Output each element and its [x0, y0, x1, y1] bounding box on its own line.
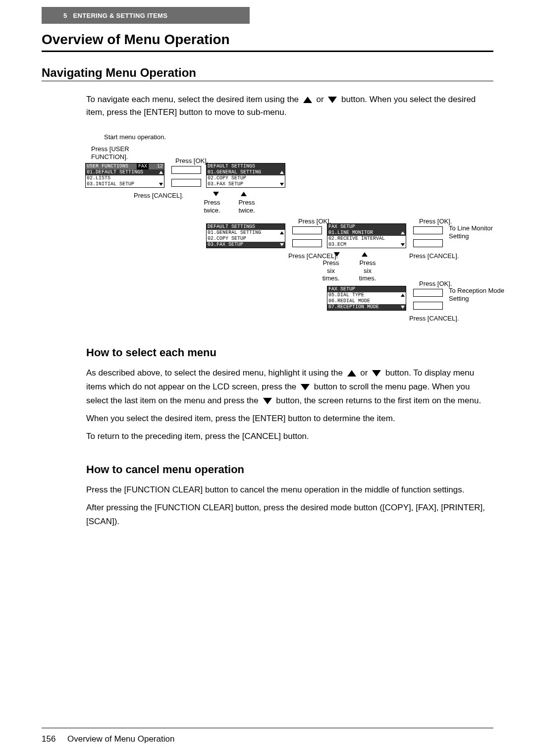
select-para-3: To return to the preceding item, press t… [86, 430, 493, 443]
lcd-screen-1: USER FUNCTIONS FAX 12 01.DEFAULT SETTING… [85, 163, 164, 188]
footer-rule [42, 728, 493, 728]
down-arrow-icon [401, 243, 405, 246]
page-number: 156 [42, 734, 55, 744]
cancel-heading: How to cancel menu operation [86, 463, 493, 476]
label-ok-3: Press [OK]. [419, 217, 452, 225]
lcd-screen-3: DEFAULT SETTINGS 01.GENERAL SETTING 02.C… [206, 223, 285, 248]
chapter-title: ENTERING & SETTING ITEMS [73, 12, 168, 19]
main-heading: Overview of Menu Operation [42, 32, 493, 52]
label-cancel-4: Press [CANCEL]. [409, 315, 459, 323]
down-arrow-icon [280, 183, 284, 186]
up-arrow-icon [159, 171, 163, 174]
lcd-screen-5: FAX SETUP 05.DIAL TYPE 06.REDIAL MODE 07… [327, 286, 406, 311]
label-six-1: Press six times. [319, 259, 343, 282]
footer: 156 Overview of Menu Operation [42, 734, 174, 744]
up-arrow-icon [280, 231, 284, 234]
lcd4-header: FAX SETUP [327, 224, 406, 230]
label-to-line-monitor: To Line Monitor Setting [449, 224, 503, 240]
lcd3-header: DEFAULT SETTINGS [207, 224, 285, 230]
connector-box [292, 226, 322, 234]
select-heading: How to select each menu [86, 346, 493, 359]
lcd2-row3: 03.FAX SETUP [207, 181, 285, 187]
down-arrow-icon [401, 306, 405, 309]
down-arrow-icon [328, 97, 337, 103]
select-para-1: As described above, to select the desire… [86, 366, 493, 408]
lcd1-row3: 03.INITIAL SETUP [86, 181, 164, 187]
lcd1-title-mid: FAX [137, 163, 149, 169]
down-arrow-icon [213, 192, 219, 196]
down-arrow-icon [159, 183, 163, 186]
cancel-para-1: Press the [FUNCTION CLEAR] button to can… [86, 483, 493, 497]
up-arrow-icon [280, 171, 284, 174]
up-arrow-icon [347, 370, 356, 377]
down-arrow-icon [334, 252, 340, 257]
lcd1-row2: 02.LISTS [86, 175, 164, 181]
up-arrow-icon [401, 231, 405, 234]
select-p1a: As described above, to select the desire… [86, 368, 343, 378]
chapter-header: 5 ENTERING & SETTING ITEMS [42, 7, 250, 24]
connector-box [413, 226, 443, 234]
label-to-reception: To Reception Mode Setting [449, 287, 513, 302]
connector-box [413, 302, 443, 310]
lcd2-row1: 01.GENERAL SETTING [207, 169, 285, 175]
sub-heading: Navigating Menu Operation [42, 66, 493, 81]
connector-box [413, 239, 443, 247]
select-p1b: or [360, 368, 368, 378]
up-arrow-icon [362, 252, 368, 257]
down-arrow-icon [372, 370, 381, 377]
down-arrow-icon [263, 398, 272, 404]
connector-box [413, 289, 443, 297]
label-ok-2: Press [OK]. [298, 217, 331, 225]
label-cancel-3: Press [CANCEL]. [409, 252, 459, 260]
label-twice-2: Press twice. [235, 199, 259, 214]
label-ok-1: Press [OK]. [175, 157, 208, 165]
label-start: Start menu operation. [104, 133, 166, 141]
lcd-screen-4: FAX SETUP 01.LINE MONITOR 02.RECEIVE INT… [327, 223, 406, 248]
down-arrow-icon [280, 243, 284, 246]
lcd2-row2: 02.COPY SETUP [207, 175, 285, 181]
down-arrow-icon [301, 384, 310, 390]
cancel-para-2: After pressing the [FUNCTION CLEAR] butt… [86, 501, 493, 529]
lcd5-row2: 06.REDIAL MODE [327, 298, 406, 304]
select-para-2: When you select the desired item, press … [86, 412, 493, 426]
lcd5-row1: 05.DIAL TYPE [327, 292, 406, 298]
lcd3-row1: 01.GENERAL SETTING [207, 230, 285, 236]
lcd3-row2: 02.COPY SETUP [207, 236, 285, 242]
up-arrow-icon [241, 192, 247, 196]
connector-box [292, 239, 322, 247]
up-arrow-icon [401, 294, 405, 297]
up-arrow-icon [303, 97, 312, 103]
lcd3-row3: 03.FAX SETUP [207, 242, 285, 248]
lcd1-header: USER FUNCTIONS FAX 12 [86, 163, 164, 169]
footer-section: Overview of Menu Operation [67, 734, 174, 744]
label-user-func: Press [USER FUNCTION]. [91, 145, 136, 161]
chapter-number: 5 [63, 12, 67, 19]
select-p1e: button, the screen returns to the first … [276, 396, 481, 405]
lcd1-row1: 01.DEFAULT SETTINGS [86, 169, 164, 175]
lcd2-header: DEFAULT SETTINGS [207, 163, 285, 169]
intro-text: To navigate each menu, select the desire… [86, 93, 493, 118]
lcd1-title-right: 12 [157, 163, 163, 169]
label-six-2: Press six times. [356, 259, 379, 282]
label-cancel-1: Press [CANCEL]. [134, 192, 183, 200]
flow-diagram: Start menu operation. Press [USER FUNCTI… [42, 133, 493, 331]
connector-box [171, 166, 201, 174]
intro-mid: or [317, 95, 324, 104]
lcd5-header: FAX SETUP [327, 286, 406, 292]
lcd1-title-left: USER FUNCTIONS [87, 163, 128, 169]
label-twice-1: Press twice. [200, 199, 224, 214]
lcd4-row2: 02.RECEIVE INTERVAL [327, 236, 406, 242]
lcd4-row1: 01.LINE MONITOR [327, 230, 406, 236]
connector-box [171, 179, 201, 187]
label-ok-4: Press [OK]. [419, 280, 452, 288]
intro-before: To navigate each menu, select the desire… [86, 95, 299, 104]
lcd-screen-2: DEFAULT SETTINGS 01.GENERAL SETTING 02.C… [206, 163, 285, 188]
lcd4-row3: 03.ECM [327, 242, 406, 248]
lcd5-row3: 07.RECEPTION MODE [327, 304, 406, 310]
